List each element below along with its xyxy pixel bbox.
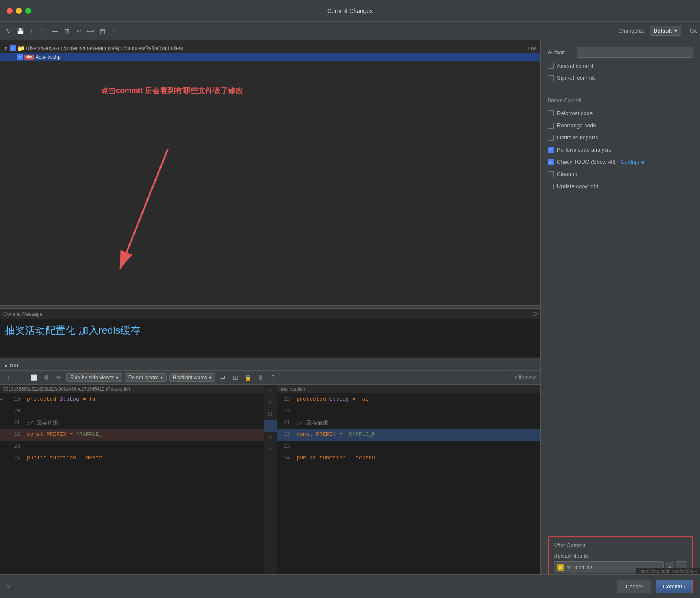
annotation-text: 点击commit 后会看到有哪些文件做了修改 (101, 86, 243, 96)
diff-settings-icon[interactable]: ⚙ (41, 372, 51, 383)
diff-left-header: 7013d38880a621603d22fa9062486bc17d345412… (0, 385, 264, 393)
diff-left-content-21: // 缓存前缀 (24, 419, 264, 427)
diff-mid-23: 23 (264, 432, 277, 443)
diff-prev-icon[interactable]: ↑ (3, 372, 13, 383)
diff-left-line-22: 22 const PREFIX = 'RAFFLE_ (0, 429, 264, 441)
diff-left-line-19: ✓ 19 protected $tsLog = fa (0, 393, 264, 405)
diff-left-lines: ✓ 19 protected $tsLog = fa 20 (0, 393, 264, 598)
update-copyright-label: Update copyright (557, 183, 598, 189)
diff-header: ▼ Diff (0, 361, 540, 371)
sort-icon[interactable]: ≡ (109, 26, 119, 36)
file-count: 1 file (527, 46, 537, 51)
main-toolbar: ↻ 💾 + ⬛ — ⊞ ↩ ⟺ ▤ ≡ Changelist: Default … (0, 22, 700, 40)
diff-right-content-19: protected $tsLog = fal (293, 396, 537, 402)
diff-left-pane: 7013d38880a621603d22fa9062486bc17d345412… (0, 385, 264, 598)
diff-lock-icon[interactable]: 🔒 (243, 372, 253, 383)
diff-right-line-21: 21 // 缓存前缀 (277, 417, 540, 429)
commit-message-input[interactable] (0, 319, 540, 357)
view-icon[interactable]: ▤ (97, 26, 107, 36)
diff-left-content-24: public function __destr (24, 455, 264, 461)
diff-right-line-19: 19 protected $tsLog = fal (277, 393, 540, 405)
folder-icon: 📁 (17, 45, 24, 52)
author-input[interactable] (577, 47, 693, 58)
diff-icon[interactable]: ⟺ (86, 26, 96, 36)
rearrange-code-checkbox[interactable] (548, 123, 554, 129)
reformat-code-row: Reformat code (548, 109, 693, 117)
resize-handle[interactable]: · · · · · (0, 305, 540, 309)
changelist-dropdown[interactable]: Default ▾ (650, 26, 681, 36)
diff-left-gutter-19: 19 (7, 396, 24, 402)
cancel-button[interactable]: Cancel (617, 580, 651, 593)
close-button[interactable] (7, 8, 13, 14)
diff-content: 7013d38880a621603d22fa9062486bc17d345412… (0, 385, 540, 598)
diff-right-content-21: // 缓存前缀 (293, 419, 540, 427)
split-icon[interactable]: ⊞ (62, 26, 72, 36)
diff-gear-icon[interactable]: ⚙ (256, 372, 266, 383)
main-layout: ▼ ✓ 📁 /Users/yaoyakun/projects/marketadm… (0, 40, 700, 598)
right-panel: Author: Amend commit Sign-off commit Bef… (541, 40, 700, 598)
diff-right-lines: 19 protected $tsLog = fal 20 21 (277, 393, 540, 598)
optimize-imports-checkbox[interactable] (548, 135, 554, 141)
perform-code-analysis-checkbox[interactable]: ✓ (548, 147, 554, 153)
minimize-button[interactable] (16, 8, 22, 14)
diff-left-content-22: const PREFIX = 'RAFFLE_ (24, 431, 264, 438)
diff-help-icon[interactable]: ? (268, 372, 278, 383)
update-copyright-checkbox[interactable] (548, 184, 554, 189)
commit-button[interactable]: Commit ▾ (656, 580, 693, 593)
expand-icon[interactable]: ⬡ (533, 311, 537, 317)
after-commit-title: After Commit (554, 542, 687, 548)
perform-code-analysis-row: ✓ Perform code analysis (548, 146, 693, 154)
upload-files-label: Upload files to: (554, 553, 687, 559)
diff-swap-icon[interactable]: ⇄ (218, 372, 228, 383)
dropdown-arrow-icon: ▾ (674, 28, 677, 34)
reformat-code-checkbox[interactable] (548, 110, 554, 116)
diff-next-icon[interactable]: ↓ (16, 372, 26, 383)
optimize-imports-label: Optimize imports (557, 134, 598, 141)
save-icon[interactable]: 💾 (15, 26, 25, 36)
help-button[interactable]: ? (7, 583, 10, 590)
check-todo-checkbox[interactable]: ✓ (548, 159, 554, 165)
cleanup-row: Cleanup (548, 170, 693, 178)
perform-code-analysis-label: Perform code analysis (557, 147, 611, 153)
refresh-icon[interactable]: ↻ (3, 26, 13, 36)
diff-mid-22: 22 (264, 420, 277, 432)
remove-icon[interactable]: — (50, 26, 60, 36)
undo-icon[interactable]: ↩ (74, 26, 84, 36)
add-icon[interactable]: + (27, 26, 37, 36)
commit-dropdown-arrow-icon[interactable]: ▾ (684, 584, 686, 589)
tree-file-row[interactable]: ✓ php Activity.php (0, 53, 540, 61)
highlight-dropdown[interactable]: Highlight words ▾ (169, 373, 215, 382)
maximize-button[interactable] (25, 8, 31, 14)
diff-right-line-24: 24 public function __destru (277, 452, 540, 464)
configure-link[interactable]: Configure (621, 159, 644, 165)
diff-copy-icon[interactable]: ⬜ (29, 372, 39, 383)
diff-resize-handle[interactable]: · · · · · (0, 358, 540, 361)
diff-left-gutter-20: 20 (7, 408, 24, 414)
diff-sync-icon[interactable]: ⊞ (230, 372, 240, 383)
commit-button-label: Commit (663, 583, 682, 590)
move-icon[interactable]: ⬛ (39, 26, 49, 36)
cleanup-checkbox[interactable] (548, 171, 554, 177)
diff-right-pane: Your version 19 protected $tsLog = fal 2… (277, 385, 541, 598)
diff-count: 1 difference (511, 375, 537, 380)
signoff-commit-label: Sign-off commit (557, 75, 595, 81)
bottom-bar: ? Cancel Commit ▾ (0, 574, 700, 598)
ignore-dropdown[interactable]: Do not ignore ▾ (125, 373, 167, 382)
diff-toolbar: ↑ ↓ ⬜ ⚙ ✏ Side-by-side viewer ▾ Do not i… (0, 371, 540, 385)
file-tree: ▼ ✓ 📁 /Users/yaoyakun/projects/marketadm… (0, 40, 540, 65)
arrow-overlay (0, 65, 540, 305)
signoff-commit-checkbox[interactable] (548, 75, 554, 81)
amend-commit-checkbox[interactable] (548, 63, 554, 69)
diff-edit-icon[interactable]: ✏ (54, 372, 64, 383)
title-bar: Commit Changes (0, 0, 700, 22)
diff-left-gutter-22: 22 (7, 432, 24, 438)
changelist-value: Default (653, 28, 672, 34)
update-copyright-row: Update copyright (548, 182, 693, 190)
viewer-arrow-icon: ▾ (116, 375, 118, 380)
folder-checkbox[interactable]: ✓ (10, 45, 16, 51)
tree-folder-row[interactable]: ▼ ✓ 📁 /Users/yaoyakun/projects/marketadm… (0, 44, 540, 53)
server-value: 10.0.11.32 (567, 564, 592, 571)
diff-left-line-20: 20 (0, 405, 264, 417)
file-checkbox[interactable]: ✓ (17, 54, 23, 60)
viewer-dropdown[interactable]: Side-by-side viewer ▾ (66, 373, 122, 382)
